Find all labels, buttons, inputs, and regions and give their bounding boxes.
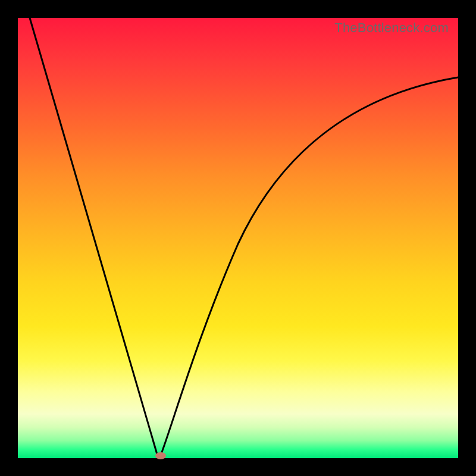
curve-path: [30, 18, 458, 457]
plot-area: TheBottleneck.com: [18, 18, 458, 458]
curve-svg: [18, 18, 458, 458]
chart-frame: TheBottleneck.com: [0, 0, 476, 476]
marker-dot: [155, 452, 166, 459]
